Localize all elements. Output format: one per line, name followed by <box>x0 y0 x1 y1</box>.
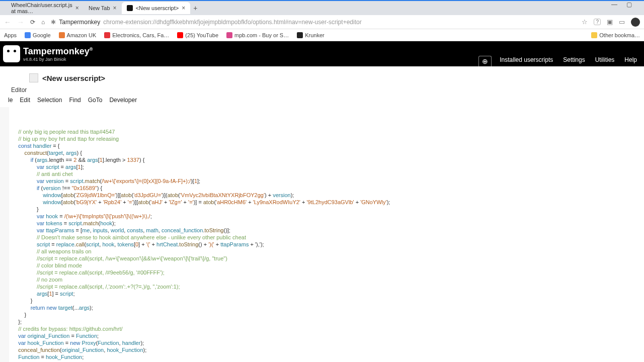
code-line[interactable]: // big up my boy hrt and ttap for releas… <box>12 135 644 142</box>
code-line[interactable]: }; <box>12 318 644 325</box>
menu-find[interactable]: Find <box>69 97 80 104</box>
extension-icon: ✱ <box>51 19 56 26</box>
apps-bookmark[interactable]: Apps <box>4 32 17 38</box>
app-subtitle: v4.8.41 by Jan Biniok <box>23 57 93 62</box>
code-editor[interactable]: 6 // only big iq people read this ttap#4… <box>0 106 644 362</box>
code-line[interactable]: //script = replace.call(script, /#9eeb56… <box>12 269 644 276</box>
close-icon[interactable]: × <box>113 5 117 12</box>
code-line[interactable]: if (args.length == 2 && args[1].length >… <box>12 156 644 163</box>
window-controls: — ▢ <box>611 1 641 8</box>
bookmark-item[interactable]: mpb.com - Buy or S… <box>226 32 289 38</box>
bookmark-folder-icon[interactable]: ▭ <box>619 18 625 26</box>
tab-label: <New userscript> <box>136 5 179 11</box>
tampermonkey-logo-icon <box>3 45 20 62</box>
bookmark-item[interactable]: Krunker <box>297 32 325 38</box>
home-button[interactable]: ⌂ <box>41 19 45 26</box>
back-button[interactable]: ← <box>4 18 11 26</box>
url-path: chrome-extension://dhdgffkkebhmkfjojejmp… <box>103 19 361 26</box>
editor-tab[interactable]: Editor <box>0 84 644 96</box>
code-line[interactable]: // credits for bypass: https://github.co… <box>12 325 644 332</box>
help-icon[interactable]: ? <box>594 19 601 25</box>
code-line[interactable]: // color blind mode <box>12 262 644 269</box>
code-line[interactable]: window[atob('bG9jYX' + 'Rpb24' + '=')][a… <box>12 199 644 206</box>
browser-tab[interactable]: New Tab × <box>84 2 122 14</box>
line-gutter: 6 <box>0 107 9 362</box>
nav-settings[interactable]: Settings <box>558 53 590 66</box>
bookmark-item[interactable]: Google <box>25 32 50 38</box>
code-line[interactable]: var hook_Function = new Proxy(Function, … <box>12 339 644 346</box>
browser-tab-active[interactable]: <New userscript> × <box>122 2 191 14</box>
code-line[interactable]: var original_Function = Function; <box>12 332 644 339</box>
code-line[interactable]: } <box>12 297 644 304</box>
code-line[interactable]: construct(target, args) { <box>12 149 644 156</box>
menu-file[interactable]: le <box>8 97 13 104</box>
code-line[interactable]: // only big iq people read this ttap#454… <box>12 128 644 135</box>
tab-label: New Tab <box>89 5 110 11</box>
forward-button[interactable]: → <box>17 18 24 26</box>
code-line[interactable]: Function = hook_Function; <box>12 353 644 360</box>
code-line[interactable]: // no zoom <box>12 276 644 283</box>
nav-help[interactable]: Help <box>619 53 642 66</box>
bookmarks-bar: Apps Google Amazon UK Electronics, Cars,… <box>0 29 644 41</box>
code-line[interactable]: var version = script.match(/\w+\['export… <box>12 177 644 185</box>
script-title: <New userscript> <box>42 74 105 82</box>
maximize-button[interactable]: ▢ <box>626 1 632 8</box>
code-line[interactable]: if (version !== "0x16589") { <box>12 185 644 192</box>
menu-goto[interactable]: GoTo <box>88 97 103 104</box>
code-line[interactable]: window[atob('ZG9jdW1lbnQ=')][atob('d3Jpd… <box>12 192 644 199</box>
close-icon[interactable]: × <box>75 5 79 12</box>
code-line[interactable]: //script = replace.call(script, /,'zoom'… <box>12 283 644 290</box>
code-line[interactable]: var tokens = script.match(hook); <box>12 220 644 227</box>
code-line[interactable]: // all weapons trails on <box>12 248 644 255</box>
reload-button[interactable]: ⟳ <box>30 19 35 26</box>
script-title-row: <New userscript> <box>0 66 644 84</box>
code-line[interactable]: // anti anti chet <box>12 170 644 177</box>
profile-avatar[interactable] <box>631 18 640 27</box>
menu-selection[interactable]: Selection <box>37 97 62 104</box>
krunker-icon <box>297 32 303 38</box>
menu-edit[interactable]: Edit <box>20 97 30 104</box>
new-tab-button[interactable]: + <box>190 3 200 13</box>
ebay-icon <box>104 32 110 38</box>
tampermonkey-icon <box>127 5 133 11</box>
code-line[interactable]: } <box>12 206 644 213</box>
browser-tab[interactable]: WheelChair/user.script.js at mas… × <box>3 2 84 14</box>
code-line[interactable]: conceal_function(original_Function, hook… <box>12 346 644 353</box>
script-file-icon <box>29 73 38 82</box>
google-icon <box>25 32 31 38</box>
close-icon[interactable]: × <box>182 5 185 12</box>
address-bar: ← → ⟳ ⌂ ✱ Tampermonkey chrome-extension:… <box>0 15 644 29</box>
youtube-icon <box>177 32 183 38</box>
bookmark-item[interactable]: (25) YouTube <box>177 32 218 38</box>
tampermonkey-nav: ⊕ Installed userscripts Settings Utiliti… <box>478 53 642 66</box>
folder-icon <box>591 32 597 38</box>
code-line[interactable]: const handler = { <box>12 142 644 149</box>
code-line[interactable]: script = replace.call(script, hook, toke… <box>12 241 644 248</box>
mpb-icon <box>226 32 232 38</box>
code-line[interactable]: // Doesn't make sense to hook aimbot any… <box>12 234 644 241</box>
app-title: Tampermonkey® <box>23 46 93 56</box>
code-line[interactable]: var ttapParams = [me, inputs, world, con… <box>12 227 644 234</box>
tampermonkey-header: Tampermonkey® v4.8.41 by Jan Biniok ⊕ In… <box>0 41 644 66</box>
url-field[interactable]: ✱ Tampermonkey chrome-extension://dhdgff… <box>51 19 576 26</box>
star-icon[interactable]: ☆ <box>582 18 588 26</box>
code-line[interactable]: var script = args[1]; <box>12 163 644 170</box>
code-line[interactable]: var hook = /(\w+)\['tmpInpts'\]\['push'\… <box>12 213 644 220</box>
new-script-button[interactable]: ⊕ <box>478 56 492 66</box>
nav-utilities[interactable]: Utilities <box>590 53 620 66</box>
menu-developer[interactable]: Developer <box>109 97 137 104</box>
browser-tab-strip: WheelChair/user.script.js at mas… × New … <box>0 0 644 15</box>
code-line[interactable]: return new target(...args); <box>12 304 644 311</box>
bookmark-item[interactable]: Amazon UK <box>59 32 97 38</box>
extension-badge-icon[interactable]: ▣ <box>607 18 613 26</box>
other-bookmarks[interactable]: Other bookma… <box>591 32 640 38</box>
minimize-button[interactable]: — <box>611 1 617 8</box>
tab-label: WheelChair/user.script.js at mas… <box>11 2 72 14</box>
bookmark-item[interactable]: Electronics, Cars, Fa… <box>104 32 169 38</box>
code-line[interactable]: } <box>12 311 644 318</box>
amazon-icon <box>59 32 65 38</box>
code-line[interactable]: args[1] = script; <box>12 290 644 297</box>
nav-installed[interactable]: Installed userscripts <box>495 53 558 66</box>
editor-menubar: le Edit Selection Find GoTo Developer <box>0 96 644 106</box>
code-line[interactable]: //script = replace.call(script, /\w+\['w… <box>12 255 644 262</box>
